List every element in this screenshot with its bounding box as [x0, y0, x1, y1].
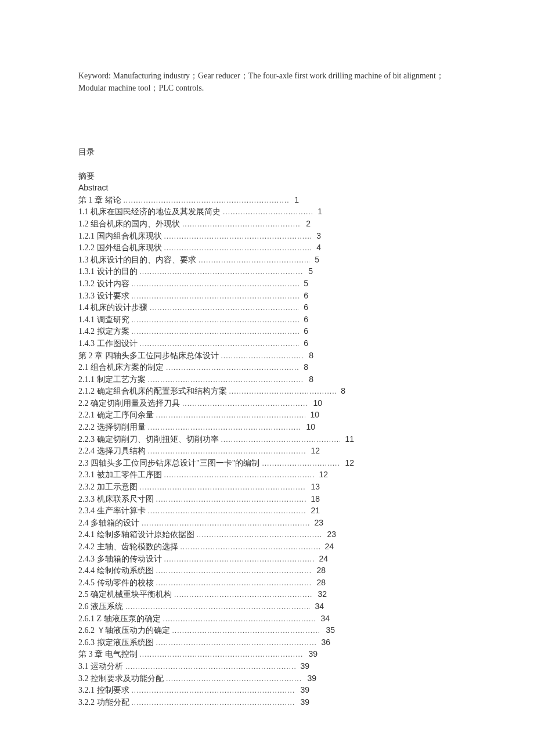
toc-entry-page: 1 [290, 195, 299, 206]
toc-entry-page: 12 [340, 458, 354, 469]
toc-entry-label: 第 3 章 电气控制 [78, 649, 138, 660]
toc-entry-label: 1.2.1 国内组合机床现状 [78, 231, 162, 242]
toc-entry-label: 第 2 章 四轴头多工位同步钻床总体设计 [78, 350, 219, 362]
toc-entry-label: 2.6.2 Ｙ轴液压动力的确定 [78, 625, 170, 636]
toc-entry-label: 2.3.3 机床联系尺寸图 [78, 494, 154, 505]
toc-entry-leader: ........................................… [129, 315, 300, 325]
toc-entry: 2.5 确定机械重块平衡机构..........................… [78, 589, 327, 600]
toc-entry: 2.1 组合机床方案的制定...........................… [78, 362, 308, 373]
toc-entry-page: 10 [308, 398, 322, 409]
toc-entry-leader: ........................................… [129, 327, 300, 337]
toc-entry-leader: ........................................… [123, 602, 310, 612]
toc-entry-label: 3.1 运动分析 [78, 661, 123, 672]
toc-entry: 第 2 章 四轴头多工位同步钻床总体设计....................… [78, 350, 313, 362]
toc-entry-leader: ........................................… [138, 650, 304, 660]
toc-entry-leader: ........................................… [221, 207, 313, 217]
toc-entry-leader: ........................................… [178, 542, 320, 552]
toc-entry-label: 2.3.2 加工示意图 [78, 481, 138, 493]
keyword-text: Keyword: Manufacturing industry；Gear red… [78, 71, 444, 92]
toc-entry-label: 1.4.3 工作图设计 [78, 338, 138, 350]
toc-entry-page: 24 [314, 553, 328, 565]
toc-entry-leader: ........................................… [164, 363, 299, 373]
front-matter-block: 摘要 Abstract [78, 171, 456, 194]
toc-entry-leader: ........................................… [172, 590, 313, 600]
toc-entry-label: 1.3 机床设计的目的、内容、要求 [78, 254, 196, 266]
toc-entry-label: 1.3.3 设计要求 [78, 290, 129, 302]
toc-entry-leader: ........................................… [121, 196, 290, 206]
toc-entry-label: 2.1 组合机床方案的制定 [78, 362, 164, 373]
toc-entry-page: 10 [301, 422, 315, 433]
toc-entry-page: 34 [316, 613, 330, 625]
toc-entry: 2.4 多轴箱的设计..............................… [78, 517, 323, 529]
toc-entry: 2.6 液压系统................................… [78, 601, 324, 613]
toc-entry-page: 39 [295, 661, 309, 672]
toc-entry: 2.4.4 绘制传动系统图...........................… [78, 565, 326, 577]
toc-entry: 1.2.1 国内组合机床现状..........................… [78, 231, 321, 242]
toc-entry-label: 2.4 多轴箱的设计 [78, 517, 139, 529]
toc-entry-label: 2.6.3 拟定液压系统图 [78, 637, 154, 649]
toc-entry-leader: ........................................… [170, 626, 322, 636]
toc-entry-leader: ........................................… [129, 686, 296, 696]
toc-entry-leader: ........................................… [154, 495, 306, 505]
toc-entry-label: 1.3.2 设计内容 [78, 278, 129, 290]
toc-entry-label: 2.2 确定切削用量及选择刀具 [78, 398, 180, 409]
toc-entry-leader: ........................................… [129, 698, 296, 708]
toc-entry: 1.2.2 国外组合机床现状..........................… [78, 242, 321, 254]
toc-entry-page: 1 [313, 206, 322, 218]
toc-entry-page: 39 [295, 685, 309, 696]
toc-entry-leader: ........................................… [180, 399, 308, 409]
toc-entry-leader: ........................................… [139, 519, 309, 528]
toc-entry: 2.6.2 Ｙ轴液压动力的确定.........................… [78, 625, 335, 636]
toc-entry-page: 5 [304, 266, 313, 278]
toc-entry-page: 28 [312, 577, 326, 589]
toc-entry-label: 2.3.4 生产率计算卡 [78, 505, 146, 517]
toc-entry-label: 2.3 四轴头多工位同步钻床总设计"三图一卡"的编制 [78, 458, 259, 469]
toc-entry: 1.3.2 设计内容..............................… [78, 278, 308, 290]
toc-entry-leader: ........................................… [161, 614, 316, 624]
toc-entry: 2.4.2 主轴、齿轮模数的选择........................… [78, 541, 334, 553]
toc-entry-leader: ........................................… [146, 375, 305, 385]
toc-entry: 1.2 组合机床的国内、外现状.........................… [78, 218, 311, 230]
toc-entry: 1.3.3 设计要求..............................… [78, 290, 308, 302]
toc-entry: 2.1.2 确定组合机床的配置形式和结构方案..................… [78, 386, 345, 397]
toc-entry-leader: ........................................… [162, 555, 315, 564]
toc-entry-label: 3.2 控制要求及功能分配 [78, 673, 164, 685]
toc-entry-page: 6 [299, 326, 308, 337]
toc-entry-leader: ........................................… [147, 303, 299, 313]
toc-entry: 2.2.2 选择切削用量............................… [78, 422, 315, 433]
toc-entry-leader: ........................................… [129, 291, 300, 301]
abstract-en: Abstract [78, 182, 456, 194]
toc-entry-leader: ........................................… [154, 411, 306, 420]
toc-entry-leader: ........................................… [194, 530, 323, 540]
toc-entry-page: 21 [306, 505, 320, 517]
toc-entry: 1.3.1 设计的目的.............................… [78, 266, 313, 278]
toc-entry-page: 39 [295, 697, 309, 708]
toc-entry: 1.1 机床在国民经济的地位及其发展简史....................… [78, 206, 322, 218]
keyword-paragraph: Keyword: Manufacturing industry；Gear red… [78, 70, 456, 94]
toc-entry-leader: ........................................… [180, 219, 301, 229]
toc-entry-label: 2.2.3 确定切削刀、切削扭矩、切削功率 [78, 434, 219, 445]
toc-entry-page: 36 [316, 637, 330, 649]
toc-entry: 2.4.3 多轴箱的传动设计..........................… [78, 553, 328, 565]
toc-entry-page: 18 [306, 494, 320, 505]
toc-entry: 1.4.2 拟定方案..............................… [78, 326, 308, 337]
toc-entry-page: 5 [299, 278, 308, 290]
toc-entry: 2.2.1 确定工序间余量...........................… [78, 409, 319, 421]
toc-entry: 2.4.1 绘制多轴箱设计原始依据图......................… [78, 529, 336, 541]
toc-entry: 2.3.2 加工示意图.............................… [78, 481, 320, 493]
toc-entry-label: 2.4.3 多轴箱的传动设计 [78, 553, 162, 565]
toc-entry-page: 24 [320, 541, 334, 553]
toc-entry-page: 11 [340, 434, 354, 445]
toc-entry-page: 23 [309, 517, 323, 529]
toc-entry-leader: ........................................… [129, 279, 300, 289]
toc-entry-leader: ........................................… [162, 470, 315, 480]
toc-entry-page: 6 [299, 302, 308, 314]
toc-entry-page: 4 [312, 242, 321, 254]
toc-entry-label: 2.1.2 确定组合机床的配置形式和结构方案 [78, 386, 227, 397]
toc-entry-leader: ........................................… [219, 435, 341, 445]
toc-entry-page: 2 [301, 218, 311, 230]
toc-entry-label: 2.2.2 选择切削用量 [78, 422, 146, 433]
toc-heading: 目录 [78, 146, 456, 158]
toc-entry-page: 12 [314, 469, 328, 481]
abstract-zh: 摘要 [78, 171, 456, 182]
